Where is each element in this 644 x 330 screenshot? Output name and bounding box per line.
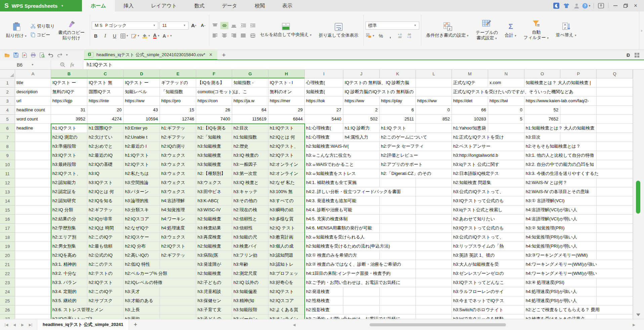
cell-I15[interactable]: h4:4. 診断や治療も可能 (305, 206, 343, 215)
cell-C15[interactable]: h2:ギフテッ (87, 206, 124, 215)
cell-E21[interactable] (160, 260, 196, 269)
cell-K26[interactable] (380, 305, 416, 315)
cell-K4[interactable]: 6 (380, 106, 416, 115)
save-button[interactable] (11, 51, 20, 59)
cell-O16[interactable]: h4:言語理解(VCI)が弱い人 (524, 215, 560, 224)
cell-B20[interactable]: h2:IQを高め (51, 251, 87, 260)
cell-M6[interactable]: h1:Yahoo!知恵袋 (452, 124, 488, 133)
cell-O20[interactable]: h3:③ワーキングメモリー(WMI) (524, 251, 560, 260)
decrease-decimal-button[interactable]: .00+.0 (405, 32, 413, 40)
cell-L25[interactable] (416, 296, 452, 305)
cell-O4[interactable]: 52 (524, 106, 560, 115)
clear-format-button[interactable]: A ▼ (162, 32, 173, 40)
cell-G10[interactable]: h3:一般因子 (232, 160, 268, 169)
cell-L27[interactable] (416, 315, 452, 319)
cell-P7[interactable] (560, 133, 597, 142)
col-header-D[interactable]: D (124, 70, 160, 78)
cell-E24[interactable] (160, 287, 196, 296)
cell-M25[interactable]: h3:今までネットでIQテス (452, 296, 488, 305)
cell-E19[interactable]: h2:IQテスト (160, 242, 196, 251)
cell-C24[interactable]: h2:このIQテ (87, 287, 124, 296)
cell-B3[interactable]: https://iqjp (51, 97, 87, 106)
cell-C3[interactable]: https://inte (87, 97, 124, 106)
cell-K20[interactable] (380, 251, 416, 260)
cell-M21[interactable]: h3:大人が知能検査を受 (452, 260, 488, 269)
cell-C13[interactable]: h2:IQとは 何 (87, 187, 124, 196)
cell-C16[interactable]: h2:IQが非常 (87, 215, 124, 224)
cell-B19[interactable]: h2:男女別集 (51, 242, 87, 251)
cell-K18[interactable] (380, 233, 416, 242)
cell-N12[interactable] (488, 178, 524, 187)
cell-I14[interactable]: h4:3. 発達検査も追加可能 (305, 196, 343, 206)
cell-N1[interactable]: x.com (488, 78, 524, 87)
cell-G17[interactable]: h3:信頼性 (232, 224, 268, 233)
merge-center-button[interactable]: T セルを結合して中央揃え▼ (257, 11, 315, 49)
row-header-5[interactable]: 5 (0, 115, 15, 124)
col-header-K[interactable]: K (380, 70, 416, 78)
cell-G23[interactable]: h2:IQ 以外の (232, 278, 268, 287)
scroll-right-arrow[interactable]: ▶ (633, 323, 635, 327)
cell-J25[interactable] (343, 296, 380, 305)
cell-A20[interactable] (15, 251, 51, 260)
cell-C19[interactable]: h2:最も信頼 (87, 242, 124, 251)
cell-G25[interactable]: h3:精神(知 (232, 296, 268, 305)
align-left-button[interactable] (211, 32, 219, 39)
cell-O23[interactable]: h3:④ 処理速度(PSI) (524, 278, 560, 287)
cell-A9[interactable] (15, 151, 51, 160)
cell-F22[interactable]: h2:知能検査 (196, 269, 232, 278)
cell-I6[interactable]: h1:心理検査( (305, 124, 343, 133)
cell-G19[interactable]: h3:検査バイ (232, 242, 268, 251)
font-size-select[interactable]: 11▼ (160, 22, 188, 30)
row-header-14[interactable]: 14 (0, 196, 15, 206)
cell-Q15[interactable] (597, 206, 633, 215)
cell-L5[interactable]: 852 (416, 115, 452, 124)
cell-H19[interactable]: h3:個人の成 (268, 242, 305, 251)
cell-O3[interactable]: https://www.kaien-lab.com/faq/2- (524, 97, 560, 106)
search-icon[interactable]: ® (60, 62, 65, 67)
cell-L12[interactable] (416, 178, 452, 187)
cell-Q4[interactable] (597, 106, 633, 115)
cell-E15[interactable]: h4:知覚推理 (160, 206, 196, 215)
cell-M20[interactable]: h3:英語 英訳 1、彼の (452, 251, 488, 260)
row-header-25[interactable]: 25 (0, 296, 15, 305)
row-header-11[interactable]: 11 (0, 169, 15, 178)
cut-button[interactable]: 切り取り (31, 23, 55, 29)
cell-M23[interactable]: h3:IQテストってどんなこ (452, 278, 488, 287)
cell-M13[interactable]: h3:公式のIQテストって、 (452, 187, 488, 196)
cell-H1[interactable]: IQテスト - I (268, 78, 305, 87)
cell-B13[interactable]: h2:認定証を (51, 187, 87, 196)
cell-H18[interactable]: h3:教育計画 (268, 233, 305, 242)
cell-P17[interactable] (560, 224, 597, 233)
cell-F10[interactable]: h3:知能検査 (196, 160, 232, 169)
row-header-21[interactable]: 21 (0, 260, 15, 269)
cell-Q7[interactable] (597, 133, 633, 142)
cell-C8[interactable]: h2:おめでと (87, 142, 124, 151)
close-button[interactable]: × (631, 2, 641, 10)
cell-E17[interactable]: h4:処理速度 (160, 224, 196, 233)
cell-K14[interactable] (380, 196, 416, 206)
format-painter-button[interactable]: 書式のコピー貼り付け (55, 11, 88, 49)
cell-G1[interactable]: 知能指数 - (232, 78, 268, 87)
cell-L26[interactable] (416, 305, 452, 315)
cell-K6[interactable]: h1:IQ テスト (380, 124, 416, 133)
cell-Q19[interactable] (597, 242, 633, 251)
cell-F25[interactable]: h3:保健セン (196, 296, 232, 305)
col-header-L[interactable]: L (416, 70, 452, 78)
row-header-12[interactable]: 12 (0, 178, 15, 187)
cell-G12[interactable]: h3:IQ 検査と (232, 178, 268, 187)
cell-A18[interactable] (15, 233, 51, 242)
cell-B12[interactable]: h2:認知能力 (51, 178, 87, 187)
cell-M24[interactable]: h3:ラルフローレンのサイ (452, 287, 488, 296)
cell-G7[interactable]: h1:知能指数 (232, 133, 268, 142)
cell-Q23[interactable] (597, 278, 633, 287)
cell-M12[interactable]: h2:知能検査 問題集 (452, 178, 488, 187)
cell-F17[interactable]: h3:検査結果 (196, 224, 232, 233)
cell-E8[interactable]: h2:IQの測り (160, 142, 196, 151)
cell-A21[interactable] (15, 260, 51, 269)
cell-C1[interactable]: IQテスト 無 (87, 78, 124, 87)
cell-F12[interactable]: h3:ウェクス (196, 178, 232, 187)
cell-B21[interactable]: h3:1. 精神的 (51, 260, 87, 269)
cell-D22[interactable]: h2:ベルカーブ% 分類 (124, 269, 160, 278)
cell-B25[interactable]: h3:5. 継続的 (51, 296, 87, 305)
cell-C10[interactable]: h2:IQの基礎 (87, 160, 124, 169)
